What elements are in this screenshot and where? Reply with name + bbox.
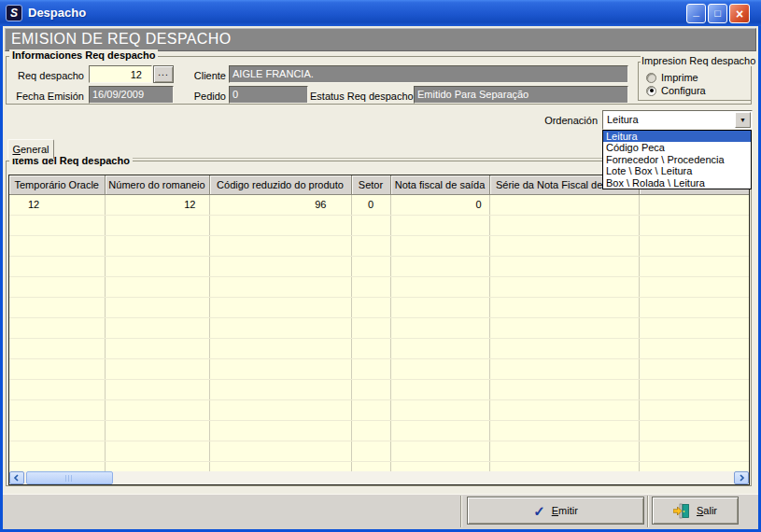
table-cell-empty xyxy=(489,256,639,276)
table-cell-empty xyxy=(390,317,489,338)
table-cell-empty xyxy=(9,358,105,379)
table-cell-empty xyxy=(489,441,639,461)
radio-configura-circle-icon[interactable] xyxy=(646,86,656,96)
table-cell-empty xyxy=(351,317,390,338)
table-cell-empty xyxy=(351,235,390,256)
table-cell-empty xyxy=(390,338,489,358)
tab-general[interactable]: General xyxy=(7,139,54,159)
ordenacion-value: Leitura xyxy=(607,114,639,125)
table-cell-empty xyxy=(209,256,351,276)
table-row-empty xyxy=(9,256,749,276)
table-cell-empty xyxy=(9,441,105,461)
chevron-down-icon: ▼ xyxy=(740,117,746,123)
ordenacion-combobox[interactable]: Leitura ▼ xyxy=(602,110,753,130)
table-cell-empty xyxy=(105,256,209,276)
maximize-button[interactable]: □ xyxy=(708,4,727,23)
scroll-right-button[interactable] xyxy=(734,471,749,484)
req-despacho-label: Req despacho xyxy=(9,70,84,81)
table-cell-empty xyxy=(209,297,351,317)
salir-button[interactable]: Salir xyxy=(652,497,739,525)
button-bar-divider xyxy=(647,496,649,527)
table-cell-empty xyxy=(351,379,390,399)
table-cell-empty xyxy=(489,297,639,317)
exit-door-icon xyxy=(673,503,690,519)
items-grid: Temporário Oracle Número do romaneio Cód… xyxy=(8,175,750,485)
salir-button-label: Salir xyxy=(697,505,717,516)
radio-configura[interactable]: Configura xyxy=(646,85,706,96)
table-row-empty xyxy=(9,276,749,297)
table-cell-empty xyxy=(489,235,639,256)
table-cell-empty xyxy=(351,338,390,358)
table-cell-empty xyxy=(209,215,351,235)
table-cell-empty xyxy=(351,215,390,235)
table-cell-empty xyxy=(489,358,639,379)
table-cell-empty xyxy=(351,276,390,297)
app-window: S Despacho _ □ × EMISION DE REQ DESPACHO… xyxy=(0,0,761,532)
grid-body: 12 12 96 0 0 xyxy=(9,194,749,485)
radio-imprime-circle-icon[interactable] xyxy=(646,73,656,83)
table-cell-empty xyxy=(489,276,639,297)
table-cell-empty xyxy=(9,379,105,399)
table-cell-empty xyxy=(489,420,639,441)
close-button[interactable]: × xyxy=(729,4,750,23)
table-cell: 12 xyxy=(105,194,209,215)
radio-imprime[interactable]: Imprime xyxy=(646,72,698,83)
table-cell: 0 xyxy=(351,194,390,215)
table-row-empty xyxy=(9,215,749,235)
dropdown-option[interactable]: Lote \ Box \ Leitura xyxy=(603,165,751,176)
table-cell-empty xyxy=(209,317,351,338)
thumb-grip-icon xyxy=(65,475,74,482)
column-header[interactable]: Código reduzido do produto xyxy=(209,175,351,194)
table-cell-empty xyxy=(105,379,209,399)
table-cell-empty xyxy=(105,297,209,317)
table-cell-empty xyxy=(351,256,390,276)
maximize-icon: □ xyxy=(714,7,721,19)
scroll-left-button[interactable] xyxy=(9,471,24,484)
table-cell-empty xyxy=(9,276,105,297)
table-cell-empty xyxy=(9,338,105,358)
table-cell-empty xyxy=(390,441,489,461)
table-cell-empty xyxy=(390,420,489,441)
table-cell-empty xyxy=(639,441,749,461)
table-cell-empty xyxy=(390,358,489,379)
table-cell-empty xyxy=(105,358,209,379)
emitir-button[interactable]: ✓ Emitir xyxy=(467,497,644,525)
table-cell-empty xyxy=(639,297,749,317)
table-cell-empty xyxy=(639,358,749,379)
column-header[interactable]: Número do romaneio xyxy=(105,175,209,194)
column-header[interactable]: Temporário Oracle xyxy=(9,175,105,194)
window-title: Despacho xyxy=(28,6,86,20)
browse-button[interactable]: ... xyxy=(153,65,174,83)
table-cell-empty xyxy=(390,235,489,256)
table-cell-empty xyxy=(639,317,749,338)
titlebar: S Despacho _ □ × xyxy=(0,0,761,26)
dropdown-option[interactable]: Leitura xyxy=(603,131,751,142)
table-cell-empty xyxy=(351,441,390,461)
table-row-empty xyxy=(9,441,749,461)
dropdown-option[interactable]: Box \ Rolada \ Leitura xyxy=(603,177,751,189)
horizontal-scrollbar[interactable] xyxy=(9,471,749,484)
table-cell-empty xyxy=(105,276,209,297)
minimize-button[interactable]: _ xyxy=(686,4,706,23)
scrollbar-thumb[interactable] xyxy=(26,471,113,484)
table-cell-empty xyxy=(639,215,749,235)
table-cell-empty xyxy=(9,235,105,256)
dropdown-arrow-button[interactable]: ▼ xyxy=(735,112,751,128)
dropdown-option[interactable]: Fornecedor \ Procedencia xyxy=(603,154,751,165)
column-header[interactable]: Nota fiscal de saída xyxy=(390,175,489,194)
table-cell: 0 xyxy=(390,194,489,215)
req-despacho-input[interactable] xyxy=(89,65,152,83)
ordenacion-label: Ordenación xyxy=(518,115,598,126)
table-row[interactable]: 12 12 96 0 0 xyxy=(9,194,749,215)
button-bar xyxy=(3,494,758,529)
radio-imprime-label: Imprime xyxy=(661,72,698,83)
page-title: EMISION DE REQ DESPACHO xyxy=(5,28,756,51)
dropdown-option[interactable]: Código Peca xyxy=(603,142,751,153)
chevron-left-icon xyxy=(13,474,21,482)
table-cell-empty xyxy=(9,297,105,317)
table-cell-empty xyxy=(105,420,209,441)
check-icon: ✓ xyxy=(533,504,545,518)
column-header[interactable]: Setor xyxy=(351,175,390,194)
cliente-field: AIGLE FRANCIA. xyxy=(229,65,628,83)
table-cell-empty xyxy=(9,317,105,338)
